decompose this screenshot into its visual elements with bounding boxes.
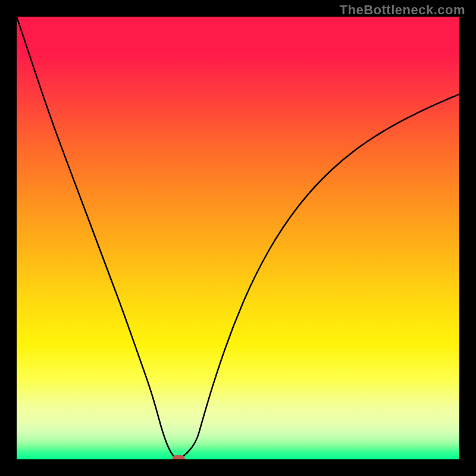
curve-svg [17,17,459,459]
plot-area [17,17,459,459]
chart-frame: TheBottleneck.com [0,0,476,476]
watermark-label: TheBottleneck.com [340,2,465,18]
bottleneck-curve-path [17,17,459,459]
optimal-point-marker [172,455,185,459]
